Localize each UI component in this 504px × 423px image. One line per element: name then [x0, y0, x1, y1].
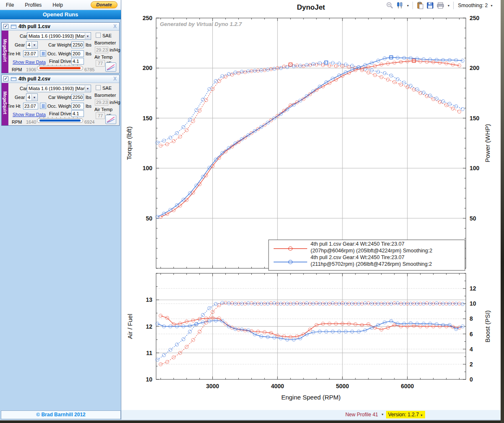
svg-text:8: 8: [470, 315, 473, 322]
car-weight-label: Car Weight: [48, 95, 71, 100]
graph-button[interactable]: [105, 62, 116, 72]
chart-tools-icon[interactable]: [396, 2, 404, 9]
barometer-label: Barometer: [94, 93, 116, 98]
svg-text:0: 0: [470, 376, 473, 383]
chevron-down-icon: ▼: [31, 94, 37, 100]
rpm-min-value: 1640: [26, 119, 36, 125]
car-select[interactable]: Miata 1.6 (1990-1993) [Manu▼: [27, 85, 91, 92]
slider-fill[interactable]: [39, 119, 81, 122]
chevron-down-icon[interactable]: ▼: [406, 4, 409, 7]
chevron-down-icon: ▼: [420, 414, 423, 417]
barometer-unit: in/Hg: [110, 47, 120, 52]
close-icon[interactable]: X: [113, 76, 117, 82]
close-icon[interactable]: X: [113, 23, 117, 29]
profile-select[interactable]: New Profile 41: [345, 412, 378, 418]
svg-text:4th pull 1.csv Gear:4 Wt:2450: 4th pull 1.csv Gear:4 Wt:2450 Tire:23.07: [311, 241, 405, 247]
gear-select[interactable]: 4▼: [26, 93, 38, 101]
svg-text:100: 100: [143, 165, 153, 171]
chevron-down-icon[interactable]: ▼: [490, 4, 493, 7]
air-temp-label: Air Temp: [94, 54, 112, 60]
svg-text:10: 10: [470, 300, 476, 307]
tire-height-input[interactable]: 23.07: [23, 103, 38, 109]
print-icon[interactable]: [436, 2, 444, 9]
show-raw-data-link[interactable]: Show Raw Data: [13, 60, 46, 65]
svg-text:Engine Speed (RPM): Engine Speed (RPM): [281, 394, 341, 401]
chevron-down-icon: ▼: [85, 86, 90, 91]
sae-checkbox[interactable]: [96, 33, 101, 38]
save-icon[interactable]: [426, 2, 434, 9]
tire-height-label: Tire Ht: [7, 104, 21, 109]
svg-text:100: 100: [470, 165, 480, 171]
car-label: Car: [20, 34, 27, 39]
final-drive-input[interactable]: 4.1: [71, 58, 84, 65]
svg-text:4000: 4000: [271, 383, 284, 389]
paste-icon[interactable]: [416, 2, 424, 9]
rpm-max-value: 6785: [84, 67, 94, 72]
svg-text:Air / Fuel: Air / Fuel: [126, 314, 133, 339]
gear-label: Gear: [15, 95, 25, 100]
chevron-down-icon: ▼: [85, 33, 90, 39]
donate-button[interactable]: Donate: [91, 1, 118, 8]
show-raw-data-link[interactable]: Show Raw Data: [13, 112, 46, 117]
svg-text:4: 4: [470, 346, 473, 353]
car-label: Car: [20, 86, 27, 91]
run-panel-header: ✓ 4th pull 2.csv X: [2, 75, 119, 83]
svg-text:200: 200: [143, 65, 153, 71]
tire-height-label: Tire Ht: [7, 51, 21, 56]
run-panel-1: ✓ 4th pull 1.csv X MegaSquirt Car Miata …: [1, 22, 120, 73]
occ-weight-label: Occ. Weight: [47, 51, 73, 56]
svg-text:200: 200: [470, 65, 480, 71]
slider-fill[interactable]: [39, 67, 81, 69]
svg-text:(207hp@6046rpm) (205lbft@4224r: (207hp@6046rpm) (205lbft@4224rpm) Smooth…: [311, 248, 432, 254]
tire-height-input[interactable]: 23.07: [23, 50, 38, 57]
torque-power-chart: 50100150200250Torque (lbft)5010015020025…: [121, 13, 501, 272]
car-weight-label: Car Weight: [48, 42, 71, 47]
menu-profiles[interactable]: Profiles: [25, 2, 42, 8]
window-icon: [11, 77, 16, 81]
svg-text:250: 250: [470, 15, 480, 21]
svg-text:12: 12: [146, 323, 152, 330]
sidebar: File Profiles Help Donate Opened Runs ✓ …: [0, 0, 121, 420]
occ-weight-unit: lbs: [86, 51, 91, 56]
menu-file[interactable]: File: [6, 2, 14, 8]
tire-calculator-button[interactable]: [40, 103, 46, 109]
chevron-down-icon[interactable]: ▼: [447, 4, 450, 7]
run-enabled-checkbox[interactable]: ✓: [3, 24, 8, 29]
svg-text:Boost (PSI): Boost (PSI): [484, 310, 491, 343]
rpm-range-slider[interactable]: [37, 65, 83, 72]
sae-checkbox[interactable]: [96, 85, 101, 90]
barometer-input: 29.235: [95, 99, 108, 106]
rpm-range-slider[interactable]: [37, 117, 83, 124]
slider-track[interactable]: [37, 66, 83, 70]
smoothing-select[interactable]: Smoothing: 2: [458, 3, 488, 8]
svg-text:13: 13: [146, 296, 152, 303]
svg-text:4th pull 2.csv Gear:4 Wt:2450: 4th pull 2.csv Gear:4 Wt:2450 Tire:23.07: [311, 254, 405, 260]
svg-text:50: 50: [470, 215, 476, 222]
car-weight-input[interactable]: 2250: [71, 42, 84, 48]
svg-text:Power (WHP): Power (WHP): [484, 124, 491, 163]
chevron-down-icon[interactable]: ▼: [381, 413, 384, 416]
car-weight-unit: lbs: [86, 95, 91, 100]
svg-text:5000: 5000: [336, 383, 349, 389]
occ-weight-input[interactable]: 200: [71, 103, 84, 109]
slider-track[interactable]: [37, 118, 83, 123]
graph-button[interactable]: [105, 115, 116, 124]
occ-weight-input[interactable]: 200: [71, 50, 84, 57]
rpm-label: RPM: [12, 119, 22, 125]
final-drive-label: Final Drive: [49, 59, 71, 64]
menu-help[interactable]: Help: [52, 2, 63, 8]
air-temp-input: 77: [96, 112, 105, 119]
rpm-min-value: 1906: [26, 67, 36, 72]
car-weight-input[interactable]: 2250: [71, 94, 84, 101]
zoom-out-icon[interactable]: [386, 2, 394, 9]
gear-select[interactable]: 4▼: [26, 41, 38, 49]
run-panel-header: ✓ 4th pull 1.csv X: [2, 23, 119, 31]
svg-text:6000: 6000: [401, 383, 414, 389]
final-drive-input[interactable]: 4.1: [71, 110, 84, 117]
desktop-edge: [501, 0, 504, 423]
tire-calculator-button[interactable]: [40, 50, 46, 57]
desktop-edge: [0, 420, 501, 423]
version-select[interactable]: Version: 1.2.7▼: [386, 411, 425, 418]
run-enabled-checkbox[interactable]: ✓: [3, 76, 8, 81]
car-select[interactable]: Miata 1.6 (1990-1993) [Manu▼: [27, 32, 91, 40]
